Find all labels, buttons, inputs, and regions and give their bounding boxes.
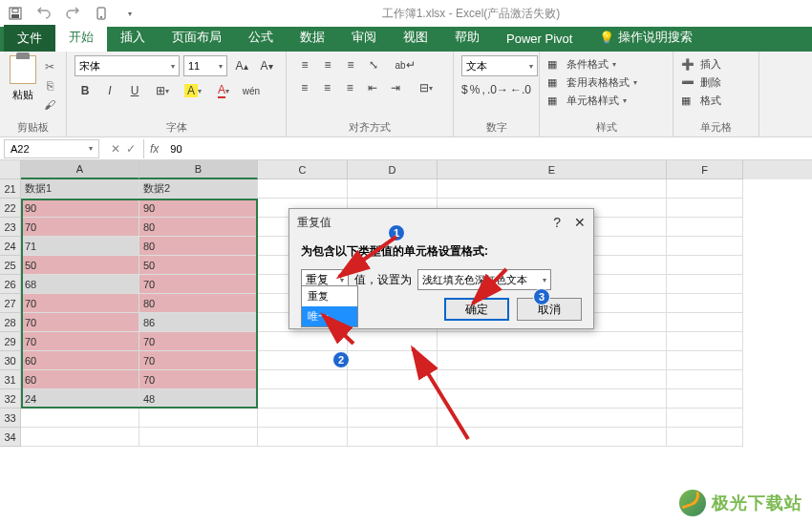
- wrap-text-button[interactable]: ab↵: [386, 55, 424, 74]
- cell-F22[interactable]: [667, 199, 743, 218]
- cell-A22[interactable]: 90: [21, 199, 139, 218]
- border-button[interactable]: ⊞▾: [149, 80, 176, 101]
- col-header-E[interactable]: E: [438, 160, 667, 179]
- table-format-button[interactable]: ▦套用表格格式▾: [547, 73, 665, 92]
- cell-E31[interactable]: [438, 370, 667, 389]
- bold-button[interactable]: B: [75, 80, 96, 101]
- align-left-icon[interactable]: ≡: [294, 78, 315, 97]
- cell-E29[interactable]: [438, 332, 667, 351]
- cell-F33[interactable]: [667, 409, 743, 428]
- row-header-32[interactable]: 32: [0, 389, 21, 409]
- font-color-button[interactable]: A▾: [210, 80, 237, 101]
- delete-cells-button[interactable]: ➖删除: [681, 73, 751, 92]
- cell-F24[interactable]: [667, 237, 743, 256]
- cell-C21[interactable]: [258, 179, 348, 199]
- tab-layout[interactable]: 页面布局: [159, 23, 235, 52]
- cell-E34[interactable]: [438, 428, 667, 447]
- tab-view[interactable]: 视图: [390, 23, 441, 52]
- row-header-30[interactable]: 30: [0, 351, 21, 370]
- ok-button[interactable]: 确定: [444, 298, 509, 321]
- cell-B25[interactable]: 50: [139, 256, 258, 275]
- cell-B31[interactable]: 70: [139, 370, 258, 389]
- cell-E30[interactable]: [438, 351, 667, 370]
- underline-button[interactable]: U: [124, 80, 145, 101]
- currency-icon[interactable]: $: [461, 80, 468, 99]
- dropdown-option-unique[interactable]: 唯一: [302, 306, 357, 326]
- cell-A24[interactable]: 71: [21, 237, 139, 256]
- cell-styles-button[interactable]: ▦单元格样式▾: [547, 92, 665, 110]
- cell-C34[interactable]: [258, 428, 348, 447]
- cell-A30[interactable]: 60: [21, 351, 139, 370]
- tab-home[interactable]: 开始: [55, 23, 107, 52]
- cell-A31[interactable]: 60: [21, 370, 139, 389]
- cancel-button[interactable]: 取消: [517, 298, 582, 321]
- row-header-26[interactable]: 26: [0, 275, 21, 294]
- orientation-icon[interactable]: ⤡: [363, 55, 384, 74]
- cell-B32[interactable]: 48: [139, 389, 258, 409]
- tab-formula[interactable]: 公式: [235, 23, 287, 52]
- redo-icon[interactable]: [65, 6, 80, 21]
- cell-E33[interactable]: [438, 409, 667, 428]
- align-center-icon[interactable]: ≡: [317, 78, 338, 97]
- accept-formula-icon[interactable]: ✓: [126, 142, 136, 156]
- col-header-D[interactable]: D: [348, 160, 438, 179]
- tab-data[interactable]: 数据: [287, 23, 338, 52]
- tab-pivot[interactable]: Power Pivot: [493, 26, 586, 52]
- row-header-31[interactable]: 31: [0, 370, 21, 389]
- cell-D32[interactable]: [348, 389, 438, 409]
- cell-F26[interactable]: [667, 275, 743, 294]
- cell-B22[interactable]: 90: [139, 199, 258, 218]
- cell-D30[interactable]: [348, 351, 438, 370]
- cell-F34[interactable]: [667, 428, 743, 447]
- format-select[interactable]: 浅红填充色深红色文本▾: [417, 269, 551, 290]
- cell-D21[interactable]: [348, 179, 438, 199]
- number-format-select[interactable]: 文本▾: [461, 55, 538, 76]
- save-icon[interactable]: [8, 6, 23, 21]
- row-header-27[interactable]: 27: [0, 294, 21, 313]
- percent-icon[interactable]: %: [470, 80, 481, 99]
- cell-A28[interactable]: 70: [21, 313, 139, 332]
- cut-icon[interactable]: ✂: [41, 59, 58, 74]
- cell-A26[interactable]: 68: [21, 275, 139, 294]
- tell-me[interactable]: 💡操作说明搜索: [586, 23, 706, 52]
- fill-color-button[interactable]: A▾: [180, 80, 206, 101]
- row-header-23[interactable]: 23: [0, 218, 21, 237]
- font-size-select[interactable]: 11▾: [183, 55, 227, 76]
- formula-input[interactable]: 90: [164, 143, 812, 155]
- format-cells-button[interactable]: ▦格式: [681, 92, 751, 110]
- phonetic-button[interactable]: wén: [241, 80, 262, 101]
- paste-button[interactable]: 粘贴: [8, 55, 37, 113]
- row-header-25[interactable]: 25: [0, 256, 21, 275]
- increase-decimal-icon[interactable]: .0→: [487, 80, 508, 99]
- font-name-select[interactable]: 宋体▾: [75, 55, 180, 76]
- col-header-B[interactable]: B: [139, 160, 258, 179]
- cell-A29[interactable]: 70: [21, 332, 139, 351]
- tab-file[interactable]: 文件: [4, 25, 55, 52]
- cell-D33[interactable]: [348, 409, 438, 428]
- cell-A23[interactable]: 70: [21, 218, 139, 237]
- cancel-formula-icon[interactable]: ✕: [111, 142, 120, 156]
- cell-B29[interactable]: 70: [139, 332, 258, 351]
- cell-F27[interactable]: [667, 294, 743, 313]
- cell-F21[interactable]: [667, 179, 743, 199]
- qat-customize-icon[interactable]: ▾: [122, 6, 138, 21]
- cell-F29[interactable]: [667, 332, 743, 351]
- conditional-format-button[interactable]: ▦条件格式▾: [547, 55, 665, 73]
- cell-B34[interactable]: [139, 428, 258, 447]
- cell-A27[interactable]: 70: [21, 294, 139, 313]
- fx-icon[interactable]: fx: [144, 142, 164, 156]
- col-header-A[interactable]: A: [21, 160, 139, 179]
- cell-B21[interactable]: 数据2: [139, 179, 258, 199]
- cell-C29[interactable]: [258, 332, 348, 351]
- align-right-icon[interactable]: ≡: [339, 78, 360, 97]
- cell-D31[interactable]: [348, 370, 438, 389]
- align-bottom-icon[interactable]: ≡: [340, 55, 361, 74]
- cell-F25[interactable]: [667, 256, 743, 275]
- cell-F28[interactable]: [667, 313, 743, 332]
- select-all-corner[interactable]: [0, 160, 21, 179]
- cell-B30[interactable]: 70: [139, 351, 258, 370]
- italic-button[interactable]: I: [99, 80, 120, 101]
- cell-A25[interactable]: 50: [21, 256, 139, 275]
- tab-help[interactable]: 帮助: [441, 23, 493, 52]
- cell-D29[interactable]: [348, 332, 438, 351]
